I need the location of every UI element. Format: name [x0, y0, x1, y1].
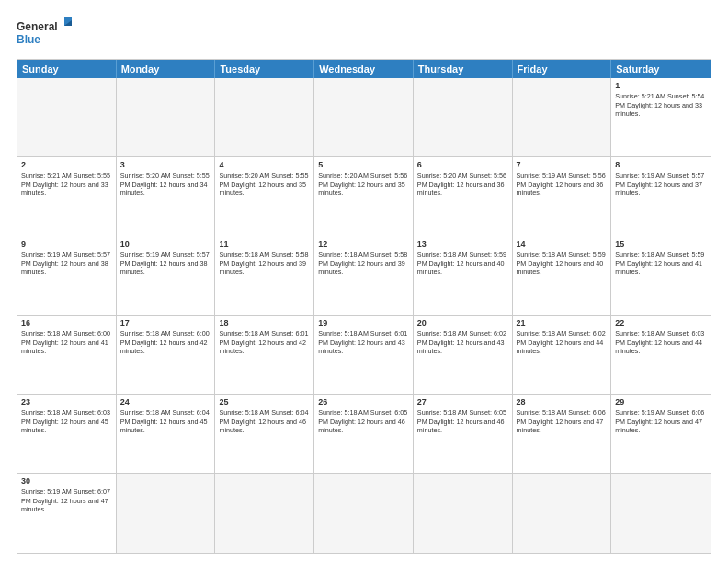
- day-info: Sunrise: 5:18 AM Sunset: 6:00 PM Dayligh…: [21, 329, 112, 356]
- day-cell-22: 22Sunrise: 5:18 AM Sunset: 6:03 PM Dayli…: [611, 316, 711, 394]
- day-info: Sunrise: 5:18 AM Sunset: 6:02 PM Dayligh…: [417, 329, 508, 356]
- day-info: Sunrise: 5:18 AM Sunset: 6:01 PM Dayligh…: [219, 329, 310, 356]
- day-number: 22: [615, 318, 707, 327]
- calendar-row-0: 1Sunrise: 5:21 AM Sunset: 5:54 PM Daylig…: [17, 78, 711, 157]
- day-info: Sunrise: 5:18 AM Sunset: 6:04 PM Dayligh…: [219, 408, 310, 435]
- day-info: Sunrise: 5:19 AM Sunset: 5:57 PM Dayligh…: [120, 250, 211, 277]
- calendar-row-5: 30Sunrise: 5:19 AM Sunset: 6:07 PM Dayli…: [17, 474, 711, 553]
- day-number: 27: [417, 397, 508, 407]
- day-cell-empty-5-1: [117, 474, 216, 553]
- day-cell-27: 27Sunrise: 5:18 AM Sunset: 6:05 PM Dayli…: [414, 395, 513, 473]
- day-info: Sunrise: 5:18 AM Sunset: 6:05 PM Dayligh…: [417, 408, 508, 435]
- header: General Blue: [17, 17, 711, 50]
- day-number: 1: [615, 81, 707, 90]
- svg-text:General: General: [17, 20, 58, 33]
- day-number: 13: [417, 239, 508, 248]
- day-info: Sunrise: 5:18 AM Sunset: 6:04 PM Dayligh…: [120, 408, 211, 435]
- day-info: Sunrise: 5:18 AM Sunset: 6:03 PM Dayligh…: [615, 329, 707, 356]
- logo-svg: General Blue: [17, 17, 72, 50]
- day-cell-20: 20Sunrise: 5:18 AM Sunset: 6:02 PM Dayli…: [414, 316, 513, 394]
- calendar-row-4: 23Sunrise: 5:18 AM Sunset: 6:03 PM Dayli…: [17, 395, 711, 474]
- day-cell-4: 4Sunrise: 5:20 AM Sunset: 5:55 PM Daylig…: [215, 157, 314, 236]
- day-cell-10: 10Sunrise: 5:19 AM Sunset: 5:57 PM Dayli…: [117, 236, 216, 315]
- day-info: Sunrise: 5:18 AM Sunset: 6:03 PM Dayligh…: [21, 408, 112, 435]
- day-info: Sunrise: 5:18 AM Sunset: 5:59 PM Dayligh…: [615, 250, 707, 277]
- weekday-header-friday: Friday: [513, 60, 612, 78]
- day-number: 12: [318, 239, 409, 248]
- day-info: Sunrise: 5:19 AM Sunset: 5:57 PM Dayligh…: [615, 171, 707, 198]
- calendar-row-1: 2Sunrise: 5:21 AM Sunset: 5:55 PM Daylig…: [17, 157, 711, 236]
- day-number: 21: [517, 318, 608, 327]
- day-number: 30: [21, 477, 112, 486]
- day-cell-28: 28Sunrise: 5:18 AM Sunset: 6:06 PM Dayli…: [513, 395, 612, 473]
- calendar: SundayMondayTuesdayWednesdayThursdayFrid…: [17, 59, 711, 554]
- day-number: 26: [318, 397, 409, 407]
- day-number: 5: [318, 160, 409, 169]
- day-cell-14: 14Sunrise: 5:18 AM Sunset: 5:59 PM Dayli…: [513, 236, 612, 315]
- day-cell-9: 9Sunrise: 5:19 AM Sunset: 5:57 PM Daylig…: [17, 236, 117, 315]
- day-cell-5: 5Sunrise: 5:20 AM Sunset: 5:56 PM Daylig…: [314, 157, 414, 236]
- day-cell-2: 2Sunrise: 5:21 AM Sunset: 5:55 PM Daylig…: [17, 157, 117, 236]
- day-info: Sunrise: 5:20 AM Sunset: 5:55 PM Dayligh…: [120, 171, 211, 198]
- day-number: 16: [21, 318, 112, 327]
- day-cell-29: 29Sunrise: 5:19 AM Sunset: 6:06 PM Dayli…: [611, 395, 711, 473]
- day-cell-25: 25Sunrise: 5:18 AM Sunset: 6:04 PM Dayli…: [215, 395, 314, 473]
- weekday-header-wednesday: Wednesday: [314, 60, 414, 78]
- day-info: Sunrise: 5:18 AM Sunset: 6:01 PM Dayligh…: [318, 329, 409, 356]
- day-info: Sunrise: 5:18 AM Sunset: 5:58 PM Dayligh…: [219, 250, 310, 277]
- day-info: Sunrise: 5:19 AM Sunset: 5:57 PM Dayligh…: [21, 250, 112, 277]
- calendar-body: 1Sunrise: 5:21 AM Sunset: 5:54 PM Daylig…: [17, 78, 711, 553]
- day-cell-26: 26Sunrise: 5:18 AM Sunset: 6:05 PM Dayli…: [314, 395, 414, 473]
- day-number: 25: [219, 397, 310, 407]
- day-cell-13: 13Sunrise: 5:18 AM Sunset: 5:59 PM Dayli…: [414, 236, 513, 315]
- day-info: Sunrise: 5:18 AM Sunset: 6:02 PM Dayligh…: [517, 329, 608, 356]
- calendar-header: SundayMondayTuesdayWednesdayThursdayFrid…: [17, 60, 711, 78]
- day-info: Sunrise: 5:18 AM Sunset: 6:00 PM Dayligh…: [120, 329, 211, 356]
- day-cell-empty-5-5: [513, 474, 612, 553]
- day-cell-empty-0-5: [513, 78, 612, 156]
- calendar-row-2: 9Sunrise: 5:19 AM Sunset: 5:57 PM Daylig…: [17, 236, 711, 316]
- day-cell-empty-5-6: [611, 474, 711, 553]
- day-cell-6: 6Sunrise: 5:20 AM Sunset: 5:56 PM Daylig…: [414, 157, 513, 236]
- day-number: 10: [120, 239, 211, 248]
- day-cell-empty-0-4: [414, 78, 513, 156]
- day-number: 11: [219, 239, 310, 248]
- day-cell-empty-5-4: [414, 474, 513, 553]
- day-cell-24: 24Sunrise: 5:18 AM Sunset: 6:04 PM Dayli…: [117, 395, 216, 473]
- day-number: 7: [517, 160, 608, 169]
- day-cell-3: 3Sunrise: 5:20 AM Sunset: 5:55 PM Daylig…: [117, 157, 216, 236]
- day-cell-18: 18Sunrise: 5:18 AM Sunset: 6:01 PM Dayli…: [215, 316, 314, 394]
- day-number: 18: [219, 318, 310, 327]
- day-number: 20: [417, 318, 508, 327]
- day-info: Sunrise: 5:19 AM Sunset: 6:07 PM Dayligh…: [21, 488, 112, 514]
- day-info: Sunrise: 5:18 AM Sunset: 6:06 PM Dayligh…: [517, 408, 608, 435]
- day-cell-empty-0-2: [215, 78, 314, 156]
- day-cell-21: 21Sunrise: 5:18 AM Sunset: 6:02 PM Dayli…: [513, 316, 612, 394]
- day-cell-23: 23Sunrise: 5:18 AM Sunset: 6:03 PM Dayli…: [17, 395, 117, 473]
- day-info: Sunrise: 5:18 AM Sunset: 5:58 PM Dayligh…: [318, 250, 409, 277]
- day-info: Sunrise: 5:18 AM Sunset: 5:59 PM Dayligh…: [417, 250, 508, 277]
- svg-text:Blue: Blue: [17, 33, 40, 46]
- day-cell-15: 15Sunrise: 5:18 AM Sunset: 5:59 PM Dayli…: [611, 236, 711, 315]
- weekday-header-monday: Monday: [117, 60, 216, 78]
- day-number: 28: [517, 397, 608, 407]
- day-number: 9: [21, 239, 112, 248]
- day-cell-empty-5-3: [314, 474, 414, 553]
- day-number: 8: [615, 160, 707, 169]
- day-cell-12: 12Sunrise: 5:18 AM Sunset: 5:58 PM Dayli…: [314, 236, 414, 315]
- weekday-header-saturday: Saturday: [611, 60, 711, 78]
- day-info: Sunrise: 5:21 AM Sunset: 5:54 PM Dayligh…: [615, 92, 707, 119]
- day-info: Sunrise: 5:20 AM Sunset: 5:56 PM Dayligh…: [417, 171, 508, 198]
- day-number: 15: [615, 239, 707, 248]
- day-info: Sunrise: 5:18 AM Sunset: 5:59 PM Dayligh…: [517, 250, 608, 277]
- day-cell-7: 7Sunrise: 5:19 AM Sunset: 5:56 PM Daylig…: [513, 157, 612, 236]
- day-cell-8: 8Sunrise: 5:19 AM Sunset: 5:57 PM Daylig…: [611, 157, 711, 236]
- day-info: Sunrise: 5:21 AM Sunset: 5:55 PM Dayligh…: [21, 171, 112, 198]
- day-info: Sunrise: 5:18 AM Sunset: 6:05 PM Dayligh…: [318, 408, 409, 435]
- day-cell-1: 1Sunrise: 5:21 AM Sunset: 5:54 PM Daylig…: [611, 78, 711, 156]
- day-number: 19: [318, 318, 409, 327]
- day-info: Sunrise: 5:19 AM Sunset: 6:06 PM Dayligh…: [615, 408, 707, 435]
- weekday-header-sunday: Sunday: [17, 60, 117, 78]
- day-info: Sunrise: 5:19 AM Sunset: 5:56 PM Dayligh…: [517, 171, 608, 198]
- day-number: 29: [615, 397, 707, 407]
